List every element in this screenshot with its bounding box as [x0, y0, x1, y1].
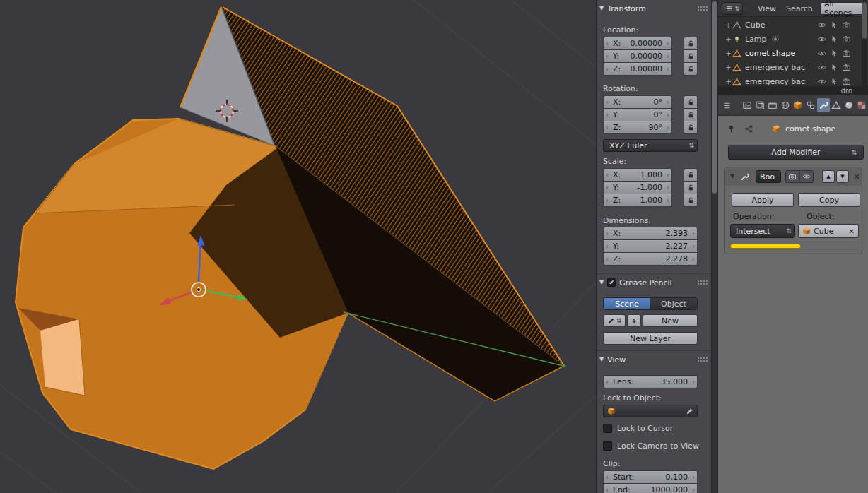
lock-icon[interactable]: [684, 194, 697, 206]
lock-icon[interactable]: [684, 63, 697, 75]
increment-arrow-icon[interactable]: [667, 122, 669, 133]
gp-new-layer-button[interactable]: New Layer: [603, 332, 698, 345]
lock-to-cursor-row[interactable]: Lock to Cursor: [603, 424, 673, 433]
clip-end-field[interactable]: End:1000.000: [604, 484, 697, 493]
decrement-arrow-icon[interactable]: [606, 485, 609, 493]
3d-viewport[interactable]: [0, 0, 596, 493]
rotation-z-field[interactable]: Z:90°: [604, 121, 671, 133]
expand-icon[interactable]: [725, 49, 732, 57]
decrement-arrow-icon[interactable]: [606, 195, 609, 206]
lock-icon[interactable]: [684, 169, 697, 181]
decrement-arrow-icon[interactable]: [606, 38, 609, 49]
move-up-button[interactable]: [822, 170, 835, 183]
data-tab-icon[interactable]: [830, 98, 843, 112]
camera-icon[interactable]: [842, 77, 851, 86]
lock-icon[interactable]: [684, 50, 697, 62]
lock-icon[interactable]: [684, 121, 697, 133]
decrement-arrow-icon[interactable]: [606, 109, 609, 120]
constraints-tab-icon[interactable]: [804, 98, 817, 112]
scale-z-field[interactable]: Z:1.000: [604, 194, 671, 206]
gp-add-button[interactable]: +: [627, 314, 641, 327]
increment-arrow-icon[interactable]: [692, 254, 695, 264]
panel-grip-icon[interactable]: [697, 6, 708, 11]
gp-object-tab[interactable]: Object: [650, 298, 697, 309]
view-panel-header[interactable]: View: [599, 354, 708, 365]
pin-icon[interactable]: [727, 124, 736, 133]
rotation-y-field[interactable]: Y:0°: [604, 109, 671, 121]
gp-scene-tab[interactable]: Scene: [604, 298, 650, 309]
display-mode-dropdown[interactable]: All Scenes: [820, 2, 865, 15]
location-y-field[interactable]: Y:0.00000: [604, 50, 671, 62]
decrement-arrow-icon[interactable]: [606, 51, 609, 61]
outliner-item-comet-shape[interactable]: comet shape: [718, 46, 861, 60]
outliner-item-lamp[interactable]: Lamp: [718, 32, 861, 46]
rotation-x-field[interactable]: X:0°: [604, 96, 671, 108]
render-toggle-icon[interactable]: [786, 171, 799, 182]
gp-draw-mode-button[interactable]: [603, 314, 626, 327]
expand-icon[interactable]: [725, 64, 732, 71]
editor-type-button[interactable]: [722, 2, 743, 15]
lock-camera-row[interactable]: Lock Camera to View: [603, 441, 699, 451]
render-tab-icon[interactable]: [741, 98, 753, 112]
lock-icon[interactable]: [684, 182, 697, 194]
grease-pencil-checkbox[interactable]: [607, 278, 616, 287]
outliner-item-emergency-1[interactable]: emergency back: [718, 60, 861, 74]
lock-icon[interactable]: [684, 109, 697, 121]
panel-grip-icon[interactable]: [697, 280, 708, 285]
pointer-icon[interactable]: [830, 20, 838, 29]
expand-icon[interactable]: [725, 35, 732, 43]
lock-to-object-field[interactable]: [603, 405, 698, 417]
breadcrumb-object-name[interactable]: comet shape: [785, 124, 835, 133]
location-x-field[interactable]: X:0.00000: [604, 37, 671, 49]
decrement-arrow-icon[interactable]: [606, 241, 609, 251]
outliner-item-cube[interactable]: Cube: [718, 18, 861, 32]
increment-arrow-icon[interactable]: [667, 64, 669, 74]
modifiers-tab-icon[interactable]: [817, 98, 830, 112]
increment-arrow-icon[interactable]: [667, 38, 669, 49]
increment-arrow-icon[interactable]: [667, 109, 669, 120]
eye-icon[interactable]: [817, 35, 826, 44]
transform-panel-header[interactable]: Transform: [599, 3, 708, 14]
sidebar-scrollbar[interactable]: [711, 0, 718, 493]
decrement-arrow-icon[interactable]: [606, 97, 609, 107]
pointer-icon[interactable]: [830, 63, 838, 71]
camera-icon[interactable]: [842, 35, 851, 44]
clear-object-icon[interactable]: [849, 227, 855, 235]
lock-icon[interactable]: [684, 96, 697, 108]
increment-arrow-icon[interactable]: [692, 228, 695, 239]
operation-dropdown[interactable]: Intersect: [730, 224, 795, 238]
eyedropper-icon[interactable]: [686, 408, 693, 415]
rotation-mode-dropdown[interactable]: XYZ Euler: [603, 139, 698, 152]
gp-new-button[interactable]: New: [643, 314, 698, 327]
lens-field[interactable]: Lens:35.000: [604, 376, 697, 388]
increment-arrow-icon[interactable]: [667, 195, 669, 206]
increment-arrow-icon[interactable]: [667, 170, 669, 180]
pointer-icon[interactable]: [830, 35, 838, 43]
decrement-arrow-icon[interactable]: [606, 122, 609, 133]
delete-modifier-button[interactable]: [850, 170, 863, 183]
lock-icon[interactable]: [684, 37, 697, 49]
add-modifier-dropdown[interactable]: Add Modifier: [728, 145, 864, 160]
material-tab-icon[interactable]: [843, 98, 855, 112]
camera-icon[interactable]: [842, 20, 851, 30]
object-selector-field[interactable]: Cube: [798, 224, 859, 238]
copy-button[interactable]: Copy: [798, 193, 860, 207]
modifier-name-field[interactable]: Boo: [756, 170, 781, 183]
camera-icon[interactable]: [842, 49, 851, 58]
viewport-toggle-icon[interactable]: [799, 171, 814, 182]
dimensions-z-field[interactable]: Z:2.278: [604, 253, 697, 265]
decrement-arrow-icon[interactable]: [606, 64, 609, 74]
expand-icon[interactable]: [725, 21, 732, 29]
decrement-arrow-icon[interactable]: [606, 170, 609, 180]
pointer-icon[interactable]: [830, 77, 838, 85]
eye-icon[interactable]: [817, 63, 826, 72]
scene-tab-icon[interactable]: [766, 98, 779, 112]
dimensions-y-field[interactable]: Y:2.227: [604, 240, 697, 252]
collapse-triangle-icon[interactable]: [730, 174, 734, 179]
apply-button[interactable]: Apply: [732, 193, 794, 207]
camera-icon[interactable]: [842, 63, 851, 72]
increment-arrow-icon[interactable]: [692, 485, 695, 493]
pointer-icon[interactable]: [830, 49, 838, 57]
increment-arrow-icon[interactable]: [667, 182, 669, 193]
decrement-arrow-icon[interactable]: [606, 254, 609, 264]
